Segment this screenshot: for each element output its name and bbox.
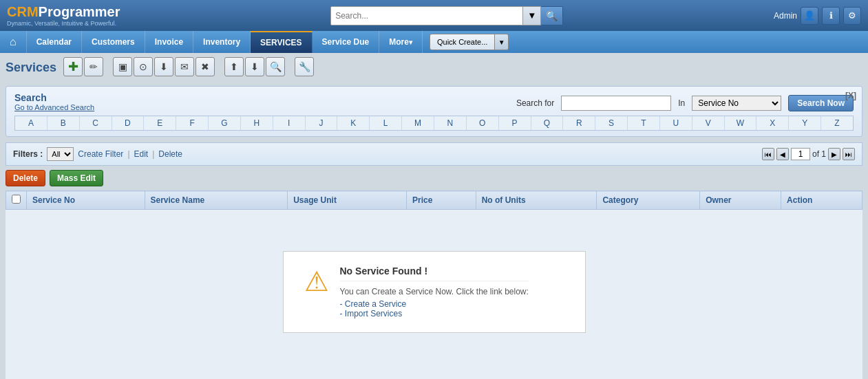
create-filter-link[interactable]: Create Filter bbox=[78, 149, 123, 159]
empty-state-content: No Service Found ! You can Create a Serv… bbox=[340, 266, 529, 318]
user-icon-button[interactable]: 👤 bbox=[801, 7, 818, 25]
alpha-r[interactable]: R bbox=[563, 116, 595, 130]
settings-icon-button[interactable]: ⚙ bbox=[843, 7, 861, 25]
delete-toolbar-button[interactable]: ✖ bbox=[195, 57, 215, 76]
alpha-b[interactable]: B bbox=[47, 116, 80, 130]
table-header-category[interactable]: Category bbox=[597, 191, 700, 210]
alpha-q[interactable]: Q bbox=[531, 116, 564, 130]
alpha-v[interactable]: V bbox=[692, 116, 725, 130]
alpha-z[interactable]: Z bbox=[821, 116, 853, 130]
alpha-w[interactable]: W bbox=[725, 116, 757, 130]
mass-edit-button[interactable]: Mass Edit bbox=[50, 170, 103, 186]
empty-state-message: You can Create a Service Now. Click the … bbox=[340, 287, 529, 296]
table-header-checkbox bbox=[6, 191, 27, 210]
alpha-e[interactable]: E bbox=[144, 116, 176, 130]
alpha-d[interactable]: D bbox=[112, 116, 145, 130]
nav-services[interactable]: SERVICES bbox=[251, 31, 312, 53]
empty-state-box: ⚠ No Service Found ! You can Create a Se… bbox=[283, 251, 586, 333]
export2-button[interactable]: ⬇ bbox=[245, 57, 264, 76]
alpha-x[interactable]: X bbox=[756, 116, 789, 130]
alpha-k[interactable]: K bbox=[337, 116, 370, 130]
search-toggle-button[interactable]: 🔍 bbox=[266, 57, 285, 76]
page-title: Services bbox=[6, 61, 56, 75]
filter-bar: Filters : All Create Filter | Edit | Del… bbox=[6, 142, 862, 166]
alpha-g[interactable]: G bbox=[209, 116, 241, 130]
in-label: In bbox=[678, 98, 685, 108]
import-services-link[interactable]: - Import Services bbox=[340, 309, 403, 318]
nav-more[interactable]: More bbox=[379, 31, 423, 53]
export-button[interactable]: ⬆ bbox=[224, 57, 244, 76]
nav-inventory[interactable]: Inventory bbox=[193, 31, 251, 53]
search-for-label: Search for bbox=[516, 98, 554, 108]
top-search-go-button[interactable]: 🔍 bbox=[541, 6, 563, 25]
page-current-input[interactable] bbox=[791, 148, 810, 160]
search-in-select[interactable]: Service No Service Name Usage Unit Price… bbox=[692, 96, 781, 111]
select-all-checkbox[interactable] bbox=[12, 195, 21, 204]
page-last-button[interactable]: ⏭ bbox=[843, 148, 855, 160]
admin-label: Admin bbox=[774, 11, 797, 21]
top-search-area: ▼ 🔍 bbox=[120, 6, 774, 25]
alpha-i[interactable]: I bbox=[273, 116, 306, 130]
nav-home[interactable]: ⌂ bbox=[0, 31, 27, 53]
alpha-s[interactable]: S bbox=[595, 116, 628, 130]
alphabet-nav: A B C D E F G H I J K L M N O P Q R S T … bbox=[14, 116, 854, 131]
top-search-dropdown[interactable]: ▼ bbox=[523, 6, 541, 25]
close-search-button[interactable]: [X] bbox=[845, 91, 856, 100]
page-prev-button[interactable]: ◀ bbox=[776, 148, 789, 160]
view-button[interactable]: ▣ bbox=[113, 57, 132, 76]
quick-create-button[interactable]: Quick Create... bbox=[430, 34, 495, 50]
alpha-h[interactable]: H bbox=[241, 116, 273, 130]
quick-create-container: Quick Create... ▼ bbox=[430, 34, 509, 50]
table-header-no-of-units[interactable]: No of Units bbox=[476, 191, 597, 210]
top-search-input[interactable] bbox=[330, 6, 523, 25]
alpha-f[interactable]: F bbox=[176, 116, 209, 130]
create-service-link[interactable]: - Create a Service bbox=[340, 299, 407, 309]
search-for-input[interactable] bbox=[561, 96, 671, 111]
alpha-m[interactable]: M bbox=[402, 116, 434, 130]
alpha-j[interactable]: J bbox=[306, 116, 338, 130]
action-row: Delete Mass Edit bbox=[6, 170, 862, 186]
page-next-button[interactable]: ▶ bbox=[828, 148, 840, 160]
add-button[interactable]: ✚ bbox=[63, 57, 83, 76]
alpha-p[interactable]: P bbox=[499, 116, 531, 130]
filter-select[interactable]: All bbox=[47, 147, 74, 161]
alpha-t[interactable]: T bbox=[628, 116, 660, 130]
alpha-a[interactable]: A bbox=[15, 116, 47, 130]
alpha-l[interactable]: L bbox=[370, 116, 402, 130]
table-header-price[interactable]: Price bbox=[407, 191, 476, 210]
nav-invoice[interactable]: Invoice bbox=[145, 31, 193, 53]
table-header-service-no[interactable]: Service No bbox=[27, 191, 145, 210]
page-first-button[interactable]: ⏮ bbox=[762, 148, 774, 160]
table-header-owner[interactable]: Owner bbox=[700, 191, 781, 210]
alpha-n[interactable]: N bbox=[434, 116, 467, 130]
import-button[interactable]: ⬇ bbox=[154, 57, 173, 76]
nav-service-due[interactable]: Service Due bbox=[313, 31, 380, 53]
edit-filter-link[interactable]: Edit bbox=[134, 149, 149, 159]
table-header-service-name[interactable]: Service Name bbox=[145, 191, 288, 210]
history-button[interactable]: ⊙ bbox=[134, 57, 153, 76]
filter-left: Filters : All Create Filter | Edit | Del… bbox=[13, 147, 182, 161]
alpha-y[interactable]: Y bbox=[789, 116, 821, 130]
message-button[interactable]: ✉ bbox=[175, 57, 194, 76]
search-panel-controls: Search for In Service No Service Name Us… bbox=[516, 95, 854, 111]
quick-create-arrow-button[interactable]: ▼ bbox=[495, 34, 509, 50]
nav-customers[interactable]: Customers bbox=[82, 31, 145, 53]
advanced-search-link[interactable]: Go to Advanced Search bbox=[14, 103, 94, 111]
logo: CRMProgrammer Dynamic, Versatile, Intuit… bbox=[7, 4, 120, 27]
alpha-o[interactable]: O bbox=[467, 116, 499, 130]
info-icon-button[interactable]: ℹ bbox=[822, 7, 840, 25]
delete-button[interactable]: Delete bbox=[6, 170, 45, 186]
alpha-c[interactable]: C bbox=[80, 116, 112, 130]
table-header-usage-unit[interactable]: Usage Unit bbox=[288, 191, 407, 210]
alpha-u[interactable]: U bbox=[660, 116, 692, 130]
page-of-label: of 1 bbox=[812, 149, 826, 159]
delete-filter-link[interactable]: Delete bbox=[158, 149, 182, 159]
tools-button[interactable]: 🔧 bbox=[295, 57, 314, 76]
nav-calendar[interactable]: Calendar bbox=[27, 31, 82, 53]
top-right-icons: Admin 👤 ℹ ⚙ bbox=[774, 7, 861, 25]
search-panel: Search Go to Advanced Search Search for … bbox=[6, 86, 862, 137]
toolbar-group-2: ▣ ⊙ ⬇ ✉ ✖ bbox=[113, 57, 215, 76]
filter-sep-1: | bbox=[127, 149, 129, 159]
edit-button[interactable]: ✏ bbox=[84, 57, 103, 76]
search-now-button[interactable]: Search Now bbox=[788, 95, 854, 111]
